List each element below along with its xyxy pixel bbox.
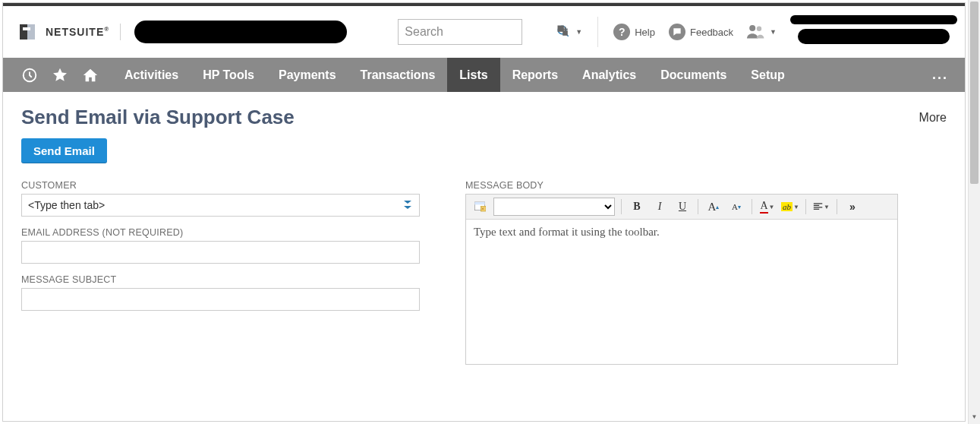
letter-a-icon: A [708, 201, 717, 214]
customer-placeholder: <Type then tab> [28, 199, 105, 211]
header-separator [120, 24, 121, 40]
nav-item-activities[interactable]: Activities [112, 58, 191, 92]
global-search [398, 19, 522, 45]
font-size-increase-button[interactable]: A▴ [704, 198, 723, 215]
nav-item-documents[interactable]: Documents [648, 58, 739, 92]
toolbar-separator [621, 199, 622, 214]
customer-picker[interactable]: <Type then tab> [21, 194, 420, 217]
subject-label: MESSAGE SUBJECT [21, 274, 420, 285]
form-left-column: CUSTOMER <Type then tab> EMAIL ADDRESS (… [21, 180, 420, 365]
nav-item-transactions[interactable]: Transactions [348, 58, 448, 92]
svg-rect-8 [562, 28, 568, 30]
form-right-column: MESSAGE BODY B I U A▴ A▾ [465, 180, 898, 365]
svg-rect-13 [474, 202, 484, 204]
role-switcher[interactable]: ▼ [747, 24, 777, 41]
redacted-user [790, 15, 957, 49]
feedback-icon [669, 24, 685, 40]
svg-rect-1 [27, 24, 35, 40]
page-header: Send Email via Support Case More [21, 106, 947, 129]
page-content: Send Email via Support Case More Send Em… [3, 92, 965, 365]
brand-name: NETSUITE® [46, 26, 109, 38]
nav-item-reports[interactable]: Reports [500, 58, 570, 92]
search-box[interactable] [398, 19, 522, 45]
svg-rect-0 [20, 24, 27, 40]
netsuite-logo-icon [18, 21, 39, 43]
header-divider [597, 17, 598, 47]
nav-item-lists[interactable]: Lists [447, 58, 499, 92]
scroll-thumb[interactable] [970, 2, 978, 184]
help-icon: ? [613, 24, 630, 40]
send-email-button[interactable]: Send Email [21, 138, 107, 163]
highlight-color-button[interactable]: ab▼ [781, 198, 799, 215]
nav-overflow[interactable]: ... [915, 58, 965, 92]
font-size-decrease-button[interactable]: A▾ [727, 198, 745, 215]
caret-down-icon: ▼ [575, 28, 582, 36]
toolbar-more-button[interactable]: » [843, 198, 862, 215]
align-button[interactable]: ▼ [812, 198, 830, 215]
editor-body[interactable]: Type text and format it using the toolba… [466, 220, 897, 364]
toolbar-separator [837, 199, 837, 214]
body-label: MESSAGE BODY [465, 180, 898, 191]
header-right: ▼ ? Help Feedback ▼ [556, 15, 957, 49]
scroll-down-arrow[interactable]: ▼ [969, 413, 980, 424]
help-link[interactable]: ? Help [613, 24, 655, 40]
svg-rect-2 [23, 27, 30, 30]
recent-records-icon[interactable] [20, 65, 39, 85]
toolbar-separator [805, 199, 806, 214]
toolbar-separator [698, 199, 698, 214]
email-input[interactable] [21, 241, 420, 264]
nav-item-hp-tools[interactable]: HP Tools [191, 58, 266, 92]
svg-rect-14 [481, 206, 486, 211]
customer-label: CUSTOMER [21, 180, 420, 191]
subject-field: MESSAGE SUBJECT [21, 274, 420, 311]
email-label: EMAIL ADDRESS (NOT REQUIRED) [21, 227, 420, 238]
create-new-icon [556, 24, 571, 41]
help-label: Help [635, 27, 655, 38]
italic-button[interactable]: I [651, 198, 669, 215]
customer-field: CUSTOMER <Type then tab> [21, 180, 420, 217]
subject-input[interactable] [21, 288, 420, 311]
letter-a-icon: A [732, 202, 738, 211]
redacted-account [134, 21, 347, 43]
nav-icon-group [3, 58, 112, 92]
search-input[interactable] [405, 25, 556, 39]
header: NETSUITE® ▼ ? Help [3, 6, 965, 58]
brand-logo[interactable]: NETSUITE® [18, 21, 109, 43]
font-color-icon: A [760, 200, 767, 214]
highlight-icon: ab [781, 202, 793, 211]
page-title: Send Email via Support Case [21, 106, 295, 129]
create-new-menu[interactable]: ▼ [556, 24, 582, 41]
nav-item-payments[interactable]: Payments [266, 58, 348, 92]
font-family-select[interactable] [493, 198, 615, 216]
nav-item-setup[interactable]: Setup [739, 58, 796, 92]
bold-button[interactable]: B [628, 198, 646, 215]
rich-text-editor: B I U A▴ A▾ A▼ ab▼ ▼ [465, 194, 898, 365]
window-vertical-scrollbar[interactable]: ▲ ▼ [968, 0, 980, 424]
form-grid: CUSTOMER <Type then tab> EMAIL ADDRESS (… [21, 180, 947, 365]
page-more-link[interactable]: More [919, 111, 947, 125]
feedback-link[interactable]: Feedback [669, 24, 733, 40]
nav-item-analytics[interactable]: Analytics [570, 58, 648, 92]
feedback-label: Feedback [690, 27, 733, 38]
picker-toggle-icon[interactable] [402, 199, 413, 211]
home-icon[interactable] [80, 65, 100, 85]
nav-items: ActivitiesHP ToolsPaymentsTransactionsLi… [112, 58, 797, 92]
font-color-button[interactable]: A▼ [758, 198, 777, 215]
caret-down-icon: ▼ [770, 28, 777, 36]
svg-point-10 [757, 26, 761, 30]
underline-button[interactable]: U [673, 198, 692, 215]
main-nav: ActivitiesHP ToolsPaymentsTransactionsLi… [3, 58, 965, 92]
editor-toolbar: B I U A▴ A▾ A▼ ab▼ ▼ [466, 195, 897, 220]
app-frame: NETSUITE® ▼ ? Help [2, 2, 966, 422]
users-icon [747, 24, 765, 41]
email-field: EMAIL ADDRESS (NOT REQUIRED) [21, 227, 420, 264]
shortcuts-star-icon[interactable] [50, 65, 70, 85]
source-view-icon[interactable] [471, 198, 489, 215]
toolbar-separator [752, 199, 752, 214]
svg-point-9 [749, 25, 755, 31]
